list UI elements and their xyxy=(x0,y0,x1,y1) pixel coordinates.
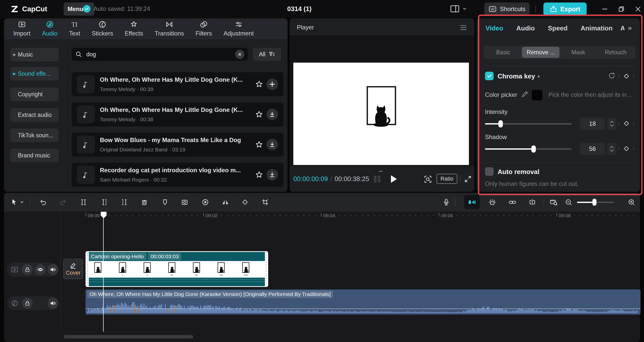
redo-button[interactable] xyxy=(59,198,67,206)
shortcuts-button[interactable]: Shortcuts xyxy=(484,3,530,16)
sidebar-item-brand-music[interactable]: Brand music xyxy=(10,149,59,162)
audio-track-item[interactable]: Oh Where, Oh Where Has My Little Dog Gon… xyxy=(72,102,284,126)
reset-icon[interactable] xyxy=(608,72,616,80)
window-close-button[interactable] xyxy=(633,5,642,14)
more-tabs-icon[interactable]: » xyxy=(628,24,632,32)
keyframe-control[interactable]: ‹ › xyxy=(618,145,635,152)
delete-right-button[interactable] xyxy=(120,198,128,206)
lock-track-icon[interactable] xyxy=(22,264,33,275)
video-clip[interactable]: Cartoon opening-Hello 00:00:03:03 H H He… xyxy=(86,251,268,287)
sidebar-item-tiktok-sounds[interactable]: TikTok soun... xyxy=(10,129,59,142)
subtab-basic[interactable]: Basic xyxy=(485,47,522,58)
keyframe-control[interactable]: ‹ › xyxy=(618,119,635,127)
clear-search-icon[interactable]: ✕ xyxy=(235,50,244,59)
auto-removal-checkbox[interactable] xyxy=(485,167,494,176)
fit-timeline-icon[interactable] xyxy=(549,198,558,206)
tab-speed[interactable]: Speed xyxy=(548,24,568,32)
favorite-star-icon[interactable] xyxy=(253,139,265,150)
slider-thumb[interactable] xyxy=(531,145,536,153)
lock-track-icon[interactable] xyxy=(22,298,33,309)
audio-track-item[interactable]: Recorder dog cat pet introduction vlog v… xyxy=(72,163,284,187)
window-restore-button[interactable] xyxy=(617,5,626,14)
tab-audio[interactable]: Audio xyxy=(36,20,63,37)
intensity-slider[interactable] xyxy=(485,120,572,127)
select-tool-button[interactable] xyxy=(10,198,18,206)
keyframe-diamond-icon[interactable] xyxy=(623,145,630,152)
clip-trim-handle-left[interactable] xyxy=(86,252,89,286)
playhead-line[interactable] xyxy=(103,212,104,332)
chroma-key-checkbox[interactable] xyxy=(485,72,494,80)
prev-keyframe-icon[interactable]: ‹ xyxy=(618,72,620,80)
slider-thumb[interactable] xyxy=(498,120,503,127)
playhead-handle[interactable] xyxy=(100,211,107,219)
tab-import[interactable]: Import xyxy=(8,20,36,37)
download-button[interactable] xyxy=(266,139,278,150)
next-keyframe-icon[interactable]: › xyxy=(633,72,635,80)
sidebar-item-music[interactable]: ▶Music xyxy=(10,48,59,61)
sidebar-item-copyright[interactable]: Copyright xyxy=(10,88,59,101)
crop-button[interactable] xyxy=(261,198,269,206)
shadow-stepper[interactable] xyxy=(607,143,616,155)
hide-track-icon[interactable] xyxy=(35,264,46,275)
keyframe-diamond-icon[interactable] xyxy=(623,120,630,127)
subtab-mask[interactable]: Mask xyxy=(559,47,597,58)
slider-thumb[interactable] xyxy=(592,199,596,206)
record-voiceover-button[interactable] xyxy=(442,198,450,207)
link-toggle[interactable] xyxy=(508,198,517,206)
intensity-value[interactable]: 18 xyxy=(580,118,605,130)
prev-keyframe-icon[interactable]: ‹ xyxy=(618,119,620,127)
tab-audio[interactable]: Audio xyxy=(516,24,535,32)
shadow-slider[interactable] xyxy=(485,145,572,153)
tab-filters[interactable]: Filters xyxy=(190,20,218,37)
tab-transitions[interactable]: Transitions xyxy=(149,20,190,37)
download-button[interactable] xyxy=(266,109,278,120)
export-button[interactable]: Export xyxy=(543,3,587,16)
add-to-timeline-button[interactable] xyxy=(266,78,278,90)
collapse-caret-icon[interactable]: ▴ xyxy=(537,73,540,79)
shadow-value[interactable]: 56 xyxy=(580,143,605,155)
freeze-frame-button[interactable] xyxy=(201,198,209,206)
mirror-button[interactable] xyxy=(221,198,229,206)
rotate-button[interactable] xyxy=(241,198,249,206)
play-button[interactable] xyxy=(389,174,398,184)
sidebar-item-sound-effects[interactable]: ▶Sound effe... xyxy=(10,67,59,80)
mute-track-icon[interactable] xyxy=(48,298,58,309)
main-track-magnet-toggle[interactable] xyxy=(488,198,497,207)
keyframe-control[interactable]: ‹ › xyxy=(618,72,635,80)
auto-preview-toggle[interactable] xyxy=(528,198,536,206)
subtab-retouch[interactable]: Retouch xyxy=(597,47,634,58)
frame-view-icon[interactable] xyxy=(372,175,382,184)
undo-button[interactable] xyxy=(39,198,47,206)
select-tool-dropdown-icon[interactable] xyxy=(20,200,24,204)
player-menu-icon[interactable] xyxy=(460,24,467,31)
mask-button[interactable] xyxy=(181,198,189,206)
split-button[interactable] xyxy=(79,198,88,206)
timeline-zoom-slider[interactable] xyxy=(577,198,614,206)
preview-quality-icon[interactable] xyxy=(423,175,432,184)
zoom-out-icon[interactable] xyxy=(565,198,573,206)
favorite-star-icon[interactable] xyxy=(253,169,265,181)
clip-trim-handle-right[interactable] xyxy=(265,252,267,286)
color-swatch[interactable] xyxy=(531,89,543,101)
search-input[interactable] xyxy=(86,51,232,58)
prev-keyframe-icon[interactable]: ‹ xyxy=(618,145,620,152)
favorite-star-icon[interactable] xyxy=(253,78,265,90)
ratio-button[interactable]: Ratio xyxy=(436,174,457,184)
search-box[interactable]: ✕ xyxy=(72,48,248,61)
snap-to-playhead-toggle[interactable] xyxy=(464,195,480,209)
fullscreen-icon[interactable] xyxy=(464,175,472,183)
zoom-in-icon[interactable] xyxy=(627,198,635,206)
layout-switch-button[interactable] xyxy=(450,5,467,13)
audio-clip[interactable]: Oh Where, Oh Where Has My Little Dog Gon… xyxy=(86,289,640,315)
next-keyframe-icon[interactable]: › xyxy=(633,145,635,152)
tab-effects[interactable]: Effects xyxy=(119,20,149,37)
window-minimize-button[interactable] xyxy=(600,5,609,14)
tab-animation[interactable]: Animation xyxy=(581,24,613,32)
download-button[interactable] xyxy=(266,169,278,181)
tab-text[interactable]: TI Text xyxy=(63,20,86,37)
delete-button[interactable] xyxy=(140,198,148,206)
mute-track-icon[interactable] xyxy=(48,264,58,275)
horizontal-scrollbar[interactable] xyxy=(64,335,193,338)
subtab-remove[interactable]: Remove ... xyxy=(522,47,559,58)
tab-stickers[interactable]: Stickers xyxy=(86,20,119,37)
